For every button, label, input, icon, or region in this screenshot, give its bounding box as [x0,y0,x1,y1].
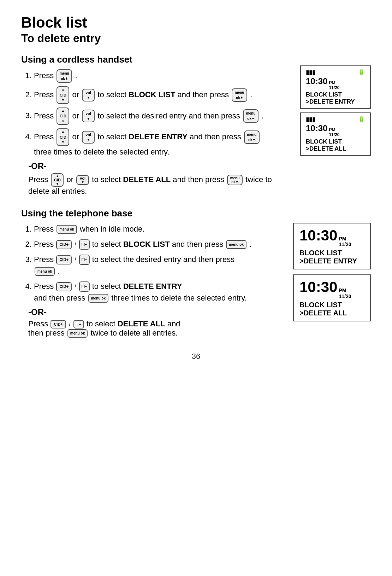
cordless-screen-2: ▮▮▮ 🔋 10:30 PM 11/20 BLOCK LIST >DELETE … [300,112,371,156]
or-dash: -OR- [28,161,279,171]
ok-label: ok [61,77,65,81]
base-screens: 10:30 PM 11/20 BLOCK LIST >DELETE ENTRY … [293,223,371,326]
cid-button-3[interactable]: ▲ CID ▼ [57,107,69,125]
base-menu-ok-2[interactable]: menu ok [226,240,246,249]
cordless-step-2: Press ▲ CID ▼ or vol ▼ to select BLOCK L… [34,86,279,104]
base-menu-ok-4[interactable]: menu ok [88,294,108,303]
base-cid-2[interactable]: CID + [56,240,72,249]
base-sq-3[interactable]: □ − [79,255,90,265]
base-sq-or[interactable]: □ − [73,320,84,328]
base-cid-3[interactable]: CID + [56,255,72,264]
cordless-section: Using a cordless handset Press menu ok✶ … [21,48,371,196]
base-cid-4[interactable]: CID + [56,282,72,291]
base-menu-ok-or[interactable]: menu ok [67,329,88,338]
base-menu-ok-1[interactable]: menu ok [57,225,77,234]
or-line: Press ▲ CID ▼ or vol ▼ to select DELETE … [28,173,279,196]
base-screen-2: 10:30 PM 11/20 BLOCK LIST >DELETE ALL [293,274,371,321]
menu-ok-button-1[interactable]: menu ok✶ [57,69,72,83]
cordless-screen-1: ▮▮▮ 🔋 10:30 PM 11/20 BLOCK LIST >DELETE … [300,65,371,109]
cordless-screens: ▮▮▮ 🔋 10:30 PM 11/20 BLOCK LIST >DELETE … [300,65,371,159]
base-cid-or[interactable]: CID + [51,320,66,328]
vol-button-3[interactable]: vol ▼ [82,110,95,122]
base-section: Using the telephone base Press menu ok w… [21,202,371,338]
page-title: Block list [21,14,371,31]
cid-button-2[interactable]: ▲ CID ▼ [57,86,69,104]
step2-text-mid: to select BLOCK LIST and then press [97,90,231,99]
page-content: Block list To delete entry Using a cordl… [21,14,371,361]
menu-label: menu [60,71,69,76]
base-step-2: Press CID + / □ − to select BLOCK LIST a… [34,238,279,250]
cordless-step-3: Press ▲ CID ▼ or vol ▼ to select the des… [34,107,279,125]
menu-ok-button-4[interactable]: menu ok✶ [244,130,260,144]
step1-text-before: Press [34,71,56,80]
cordless-step-4: Press ▲ CID ▼ or vol ▼ to select DELETE … [34,128,279,158]
base-or-line: Press CID + / □ − to select DELETE ALL a… [28,319,279,338]
cordless-or-block: -OR- Press ▲ CID ▼ or vol ▼ to select DE… [28,161,279,196]
step2-text-before: Press [34,90,56,99]
cordless-steps-list: Press menu ok✶ . Press ▲ [34,69,279,158]
base-or-block: -OR- Press CID + / □ − to select DELETE … [28,307,279,338]
or-text-2: or [72,90,81,99]
cordless-step-1: Press menu ok✶ . [34,69,279,83]
cid-button-4[interactable]: ▲ CID ▼ [57,128,69,146]
menu-ok-button-3[interactable]: menu ok✶ [243,109,259,123]
menu-ok-or-button[interactable]: menu ok✶ [227,175,243,185]
page-subtitle: To delete entry [21,32,371,45]
base-step-3: Press CID + / □ − to select the desired … [34,254,279,277]
cid-or-button[interactable]: ▲ CID ▼ [51,173,64,187]
base-screen-1: 10:30 PM 11/20 BLOCK LIST >DELETE ENTRY [293,223,371,270]
vol-button-2[interactable]: vol ▼ [82,89,95,101]
page-number: 36 [21,352,371,361]
base-or-dash: -OR- [28,307,279,317]
base-step-1: Press menu ok when in idle mode. [34,223,279,235]
cordless-heading: Using a cordless handset [21,54,371,65]
base-steps-list: Press menu ok when in idle mode. Press C… [34,223,279,304]
base-heading: Using the telephone base [21,208,371,219]
base-sq-2[interactable]: □ − [79,239,90,250]
base-step-4: Press CID + / □ − to select DELETE ENTRY… [34,280,279,304]
vol-button-4[interactable]: vol ▼ [82,131,95,144]
step1-text-after: . [75,71,77,80]
menu-ok-button-2[interactable]: menu ok✶ [232,88,247,102]
vol-or-button[interactable]: vol ▼ [76,175,89,185]
base-sq-4[interactable]: □ − [79,281,90,292]
base-menu-ok-3[interactable]: menu ok [35,267,55,276]
